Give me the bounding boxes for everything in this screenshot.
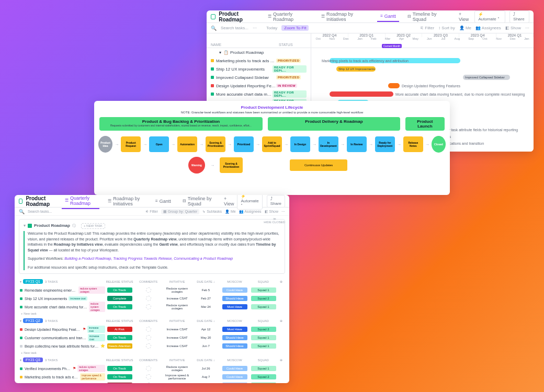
filter-button[interactable]: ⚟ Filter [145,210,158,214]
task-row[interactable]: Bulk-Editing Improvementsimprove usabili… [15,381,289,383]
share-button[interactable]: ⤴ Share [509,10,529,23]
zoom-to-fit-button[interactable]: Zoom To Fit [281,25,309,31]
collapse-icon[interactable]: ▾ [20,319,21,322]
release-status-badge[interactable]: Complete [107,296,132,301]
group-header[interactable]: ▾FY23 Q13 TASKS RELEASE STATUSCOMMENTSIN… [15,277,289,286]
search-input[interactable]: Search tasks... [221,26,248,30]
moscow-badge[interactable]: Should Have [222,296,247,301]
moscow-badge[interactable]: Must Have [222,304,247,309]
flow-node[interactable]: Scoring & Prioritization [206,136,225,152]
gantt-bar[interactable]: Ship 12 UX Improvements [336,66,376,72]
flow-node[interactable]: In Development [319,136,338,152]
flow-node[interactable]: In Review [347,136,367,152]
show-button[interactable]: ◧ Show [505,26,521,30]
task-row[interactable]: Design Updated Reporting Features ⚑incre… [15,325,289,333]
moscow-badge[interactable]: Should Have [222,335,247,340]
tag-pill[interactable]: improve speed & performance [80,373,105,381]
squad-badge[interactable]: Squad 2 [251,374,276,379]
task-row[interactable]: More accurate chart data movin... READY … [207,90,311,98]
squad-badge[interactable]: Squad 1 [251,343,276,349]
share-button[interactable]: ⤴ Share [267,195,285,207]
task-row[interactable]: Ship 12 UX improvements READY FOR DEPL..… [207,65,311,73]
task-row[interactable]: Verified Improvements Phase 1 ⚑reduce sy… [15,364,289,373]
squad-badge[interactable]: Squad 1 [251,366,276,371]
task-row[interactable]: Marketing pixels to track ads eff... PRI… [207,56,311,65]
root-task[interactable]: ▾ 📋 Product Roadmap [207,48,311,56]
me-button[interactable]: 👤 Me [225,210,236,214]
me-button[interactable]: 👤 Me [459,26,471,30]
comments-icon[interactable] [146,366,151,371]
flow-node[interactable]: Automation [177,136,197,152]
collapse-icon[interactable]: ▾ [24,223,26,229]
tab-initiatives[interactable]: ☰Roadmap by Initiatives [318,10,372,24]
tab-quarterly[interactable]: ☰Quarterly Roadmap [62,195,99,209]
squad-badge[interactable]: Squad 1 [251,304,276,309]
moscow-badge[interactable]: Should Have [222,343,247,349]
comments-icon[interactable] [146,296,151,301]
tab-timeline[interactable]: ⊟Timeline by Squad [404,10,450,24]
squad-badge[interactable]: Squad 1 [251,287,276,293]
flow-node[interactable]: In Design [290,136,310,152]
collapse-icon[interactable]: ▾ [219,50,221,55]
release-status-badge[interactable]: At Risk [107,327,132,332]
task-row[interactable]: Remediate engineering emergenciesreduce … [15,286,289,294]
add-column-icon[interactable]: ⊕ [278,280,284,283]
comments-icon[interactable] [146,335,151,340]
tag-pill[interactable]: increase csat [88,334,105,341]
squad-badge[interactable]: Squad 1 [251,335,276,340]
comments-icon[interactable] [146,343,151,349]
tab-quarterly[interactable]: ☰Quarterly Roadmap [265,10,313,24]
moscow-badge[interactable]: Could Have [222,366,247,371]
flow-node[interactable]: Release Notes [403,136,423,152]
more-icon[interactable]: ⋯ [253,26,257,30]
due-date-cell[interactable]: Jun 7 [191,344,220,348]
moscow-badge[interactable]: Must Have [222,327,247,332]
tab-gantt[interactable]: ≡Gantt [152,197,174,206]
flow-node[interactable]: Prioritized [234,136,254,152]
subtasks-button[interactable]: ↳ Subtasks [202,210,222,214]
due-date-cell[interactable]: May 20 [191,336,220,339]
gantt-bar[interactable] [330,91,393,97]
task-row[interactable]: Begin collecting new task attribute fiel… [15,342,289,350]
moscow-badge[interactable]: Could Have [222,383,247,383]
tag-pill[interactable]: increase csat [69,296,87,301]
group-header[interactable]: ▾FY23 Q23 TASKS RELEASE STATUSCOMMENTSIN… [15,316,289,325]
search-input[interactable]: Search tasks... [28,210,52,213]
comments-icon[interactable] [146,287,151,293]
tab-timeline[interactable]: ⊟Timeline by Squad [179,195,216,209]
gantt-bar[interactable] [388,83,400,88]
assignees-button[interactable]: 👥 Assignees [239,210,262,214]
task-row[interactable]: More accurate chart data moving forward,… [15,303,289,311]
info-icon[interactable]: ⓘ [72,223,76,229]
flow-node[interactable]: Ready for Deployment [375,136,395,152]
due-date-cell[interactable]: Aug 7 [191,375,220,378]
new-task-button[interactable]: + NEW TASK [81,223,105,229]
groupby-button[interactable]: ▦ Group by: Quarter [161,209,199,214]
automate-button[interactable]: ⚡ Automate ˅ [474,10,505,23]
task-row[interactable]: Design Updated Reporting Feat... IN REVI… [207,82,311,90]
tag-pill[interactable]: reduce system outages [78,286,105,294]
comments-icon[interactable] [146,304,151,309]
squad-badge[interactable]: Squad 2 [251,383,276,383]
collapse-icon[interactable]: ▾ [20,280,21,283]
moscow-badge[interactable]: Could Have [222,374,247,379]
tag-pill[interactable]: reduce system outages [89,302,105,312]
add-column-icon[interactable]: ⊕ [278,319,284,322]
due-date-cell[interactable]: Feb 27 [191,297,220,300]
due-date-cell[interactable]: Apr 12 [191,328,220,331]
squad-badge[interactable]: Squad 2 [251,296,276,301]
automate-button[interactable]: ⚡ Automate ˅ [237,195,262,210]
gantt-bar[interactable]: Improved Collapsed Sidebar [463,75,510,80]
release-status-badge[interactable]: On Track [107,287,132,293]
task-row[interactable]: Customer communications and transitionin… [15,333,289,342]
hide-closed-toggle[interactable]: ≫HIDE CLOSED [264,217,285,224]
add-column-icon[interactable]: ⊕ [278,358,284,362]
today-button[interactable]: Today [266,26,277,30]
release-status-badge[interactable]: On Track [107,366,132,371]
collapse-icon[interactable]: ▾ [20,358,21,362]
release-status-badge[interactable]: Needs Attention [107,343,132,349]
task-row[interactable]: Marketing pixels to track ads efficiency… [15,373,289,381]
flow-node[interactable]: Product Request [121,136,141,152]
tab-initiatives[interactable]: ☰Roadmap by Initiatives [105,195,147,209]
flow-node[interactable]: Add to Sprint/Squad [262,136,282,152]
